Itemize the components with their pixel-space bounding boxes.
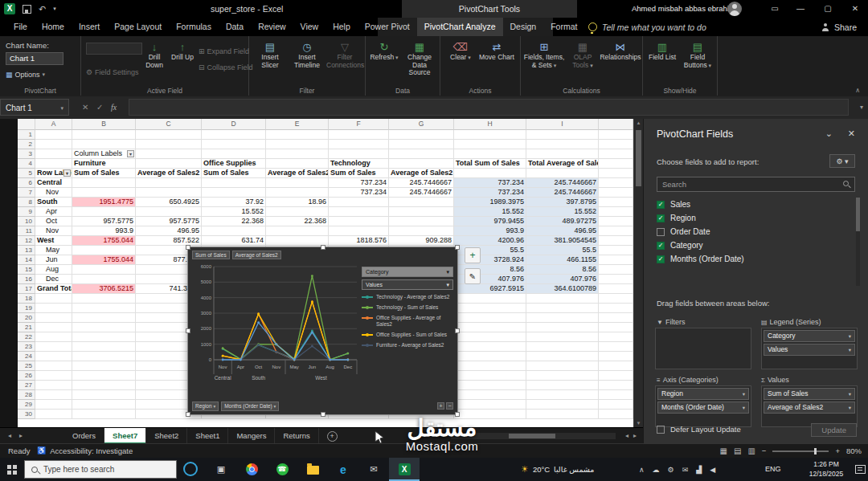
cell-C12[interactable]: 857.522 xyxy=(136,236,202,246)
cancel-icon[interactable]: ✕ xyxy=(82,96,88,119)
cell-F7[interactable]: 737.234 xyxy=(329,188,389,198)
cell-F5[interactable]: Sum of Sales xyxy=(329,169,389,178)
cell-F11[interactable] xyxy=(329,226,389,236)
cell-G1[interactable] xyxy=(389,130,454,140)
cell-B5[interactable]: Sum of Sales xyxy=(72,169,136,178)
cell-G10[interactable] xyxy=(389,217,454,226)
field-item-sales[interactable]: ✓Sales xyxy=(657,198,849,211)
field-checkbox[interactable]: ✓ xyxy=(657,255,665,263)
row-header-18[interactable]: 18 xyxy=(18,294,35,304)
cell-G11[interactable] xyxy=(389,226,454,236)
cell-D3[interactable] xyxy=(202,149,266,159)
defer-layout-update[interactable]: Defer Layout Update xyxy=(657,425,741,434)
cell-H17[interactable]: 6927.5915 xyxy=(454,284,526,294)
cell-A21[interactable] xyxy=(35,323,72,332)
cell-H22[interactable] xyxy=(454,332,526,342)
onedrive-icon[interactable]: ☁ xyxy=(653,466,660,474)
cell-J15[interactable] xyxy=(599,265,633,275)
select-all-corner[interactable] xyxy=(18,119,35,130)
cell-J4[interactable] xyxy=(599,159,633,169)
scroll-down-icon[interactable]: ▼ xyxy=(634,421,643,426)
cell-C2[interactable] xyxy=(136,140,202,149)
cell-E6[interactable] xyxy=(266,178,329,188)
cell-B17[interactable]: 3706.5215 xyxy=(72,284,136,294)
cell-F8[interactable] xyxy=(329,198,389,207)
cell-C8[interactable]: 650.4925 xyxy=(136,198,202,207)
ribbon-tab-data[interactable]: Data xyxy=(219,18,251,36)
settings-icon[interactable]: ⚙ xyxy=(668,466,674,474)
cell-B22[interactable] xyxy=(72,332,136,342)
file-explorer-icon[interactable] xyxy=(297,458,328,481)
cell-D12[interactable]: 631.74 xyxy=(202,236,266,246)
cell-B11[interactable]: 993.9 xyxy=(72,226,136,236)
cell-A10[interactable]: Oct xyxy=(35,217,72,226)
move-chart-button[interactable]: ⇄Move Chart xyxy=(479,41,514,62)
cell-J29[interactable] xyxy=(599,400,633,410)
panel-close-icon[interactable]: ✕ xyxy=(848,128,855,139)
cell-J22[interactable] xyxy=(599,332,633,342)
col-header-E[interactable]: E xyxy=(266,119,329,130)
new-sheet-button[interactable]: + xyxy=(327,431,338,442)
chart-selection-handle[interactable] xyxy=(186,328,190,333)
cell-F4[interactable]: Technology xyxy=(329,159,389,169)
cell-I15[interactable]: 8.56 xyxy=(526,265,599,275)
cell-J21[interactable] xyxy=(599,323,633,332)
scroll-up-icon[interactable]: ▲ xyxy=(634,120,643,125)
chart-axis-field-button-region[interactable]: Region ▾ xyxy=(192,402,219,411)
row-header-11[interactable]: 11 xyxy=(18,226,35,236)
cell-H18[interactable] xyxy=(454,294,526,304)
cell-G4[interactable] xyxy=(389,159,454,169)
cell-B30[interactable] xyxy=(72,410,136,419)
col-header-I[interactable]: I xyxy=(526,119,599,130)
cell-J28[interactable] xyxy=(599,390,633,400)
row-header-22[interactable]: 22 xyxy=(18,332,35,342)
cell-J24[interactable] xyxy=(599,352,633,361)
cell-B14[interactable]: 1755.044 xyxy=(72,255,136,265)
cell-H3[interactable] xyxy=(454,149,526,159)
row-header-9[interactable]: 9 xyxy=(18,207,35,217)
cell-J3[interactable] xyxy=(599,149,633,159)
cell-G12[interactable]: 909.288 xyxy=(389,236,454,246)
cell-D11[interactable] xyxy=(202,226,266,236)
page-layout-view-icon[interactable]: ▤ xyxy=(734,446,741,455)
cell-C5[interactable]: Average of Sales2 xyxy=(136,169,202,178)
cell-I12[interactable]: 381.9054545 xyxy=(526,236,599,246)
panel-options-chevron-icon[interactable]: ⌄ xyxy=(825,128,833,139)
cell-I18[interactable] xyxy=(526,294,599,304)
ribbon-tab-file[interactable]: File xyxy=(6,18,35,36)
cell-J27[interactable] xyxy=(599,381,633,390)
cell-H20[interactable] xyxy=(454,313,526,323)
area-pill-average-of-sales2[interactable]: Average of Sales2▾ xyxy=(764,402,855,414)
quick-access-customize-icon[interactable]: ▾ xyxy=(53,0,56,18)
cell-A6[interactable]: Central xyxy=(35,178,72,188)
chart-expand-buttons-icon[interactable]: + xyxy=(437,402,444,410)
row-header-3[interactable]: 3 xyxy=(18,149,35,159)
row-header-23[interactable]: 23 xyxy=(18,342,35,352)
chart-selection-handle[interactable] xyxy=(321,245,326,250)
horizontal-scrollbar[interactable] xyxy=(451,433,616,439)
page-break-view-icon[interactable]: ▥ xyxy=(747,446,755,455)
col-header-D[interactable]: D xyxy=(202,119,266,130)
ribbon-tab-page-layout[interactable]: Page Layout xyxy=(107,18,169,36)
cell-A26[interactable] xyxy=(35,371,72,381)
change-data-source-button[interactable]: ▦Change Data Source xyxy=(401,41,438,77)
cell-E5[interactable]: Average of Sales2 xyxy=(266,169,329,178)
row-header-21[interactable]: 21 xyxy=(18,323,35,332)
volume-icon[interactable]: ◀ xyxy=(710,466,715,474)
share-button[interactable]: Share xyxy=(821,18,857,36)
row-header-16[interactable]: 16 xyxy=(18,275,35,284)
cell-B13[interactable] xyxy=(72,246,136,255)
cell-H30[interactable] xyxy=(454,410,526,419)
mail-icon[interactable]: ✉ xyxy=(358,458,389,481)
cell-C4[interactable] xyxy=(136,159,202,169)
ribbon-tab-design[interactable]: Design xyxy=(503,18,544,36)
cell-B1[interactable] xyxy=(72,130,136,140)
cell-I25[interactable] xyxy=(526,361,599,371)
cell-E10[interactable]: 22.368 xyxy=(266,217,329,226)
vertical-scrollbar[interactable]: ▲ ▼ xyxy=(633,119,643,427)
cell-A29[interactable] xyxy=(35,400,72,410)
col-header-C[interactable]: C xyxy=(136,119,202,130)
cell-H27[interactable] xyxy=(454,381,526,390)
scroll-right-icon[interactable]: ▸ xyxy=(633,428,637,444)
cell-C6[interactable] xyxy=(136,178,202,188)
